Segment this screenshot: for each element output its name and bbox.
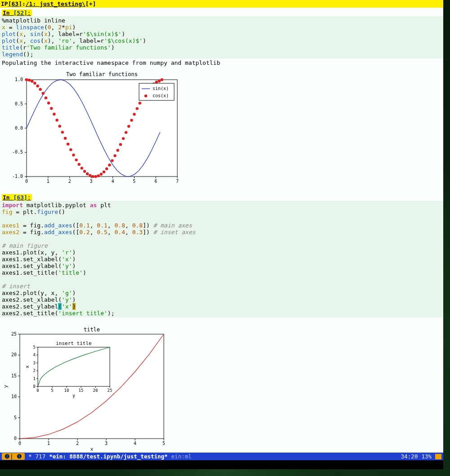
cell-1-output-text: Populating the interactive namespace fro… [0, 59, 443, 67]
svg-text:x: x [25, 365, 30, 368]
svg-text:0.0: 0.0 [15, 126, 23, 131]
svg-point-61 [117, 149, 119, 152]
svg-point-55 [100, 173, 103, 176]
svg-text:5: 5 [133, 179, 135, 184]
svg-text:4: 4 [134, 441, 136, 446]
svg-text:0.5: 0.5 [15, 101, 23, 106]
svg-text:cos(x): cos(x) [153, 93, 169, 98]
svg-text:3: 3 [105, 441, 108, 446]
svg-text:0: 0 [36, 388, 39, 393]
svg-rect-111 [38, 347, 110, 386]
svg-text:y: y [3, 385, 9, 388]
cell-1-code[interactable]: %matplotlib inline x = linspace(0, 2*pi)… [0, 16, 443, 59]
cell-2-code[interactable]: import matplotlib.pyplot as plt fig = pl… [0, 201, 443, 317]
minibuffer[interactable] [0, 460, 443, 469]
svg-point-47 [78, 163, 81, 166]
titlebar-sep: : [22, 0, 26, 7]
svg-point-39 [55, 119, 58, 122]
svg-point-40 [58, 125, 61, 127]
svg-text:sin(x): sin(x) [153, 86, 169, 91]
svg-text:20: 20 [93, 388, 98, 393]
svg-text:0: 0 [14, 436, 17, 441]
svg-text:5: 5 [162, 441, 165, 446]
svg-point-76 [158, 80, 161, 82]
svg-text:Two familiar functions: Two familiar functions [66, 71, 138, 77]
svg-text:2: 2 [68, 179, 71, 184]
svg-text:-1.0: -1.0 [12, 174, 23, 179]
modeline-line: 717 [36, 453, 46, 460]
svg-point-53 [94, 175, 97, 178]
svg-text:2: 2 [33, 368, 36, 373]
svg-point-52 [91, 175, 94, 178]
buffer-titlebar: IP[63]: /1: just_testing\ [+] [0, 0, 443, 8]
svg-point-51 [89, 174, 91, 177]
svg-point-37 [50, 107, 53, 110]
modeline-cursor-pos: 34:20 [401, 453, 418, 460]
svg-point-42 [64, 137, 67, 140]
modeline: ❷| ❶ * 717 *ein: 8888/test.ipynb/just_te… [0, 453, 443, 460]
svg-point-54 [97, 174, 100, 177]
svg-point-28 [25, 78, 28, 81]
svg-text:4: 4 [111, 179, 114, 184]
svg-text:0: 0 [33, 384, 36, 389]
cell-1-chart: Two familiar functions01234567-1.0-0.50.… [0, 67, 443, 192]
svg-text:y: y [72, 393, 75, 398]
svg-text:4: 4 [33, 353, 36, 357]
cell-1-prompt: In [52]: [2, 9, 32, 16]
svg-text:title: title [84, 326, 100, 333]
svg-point-64 [125, 131, 127, 134]
svg-text:15: 15 [79, 388, 84, 393]
modeline-buffer-name: *ein: 8888/test.ipynb/just_testing* [49, 453, 167, 460]
svg-point-32 [36, 85, 39, 87]
editor-frame: IP[63]: /1: just_testing\ [+] In [52]: %… [0, 0, 443, 460]
svg-text:2: 2 [76, 441, 79, 446]
svg-text:insert title: insert title [56, 340, 91, 346]
svg-point-57 [105, 168, 108, 170]
cell-1[interactable]: In [52]: %matplotlib inline x = linspace… [0, 8, 443, 192]
svg-point-69 [139, 102, 141, 104]
svg-text:7: 7 [176, 179, 179, 184]
svg-point-60 [113, 154, 116, 157]
svg-text:3: 3 [33, 361, 36, 365]
svg-point-65 [127, 125, 130, 127]
svg-point-46 [75, 159, 77, 161]
svg-point-67 [133, 113, 135, 116]
svg-point-49 [83, 170, 86, 172]
modeline-evil-state: ❷| ❶ [2, 453, 25, 460]
svg-point-38 [53, 113, 55, 115]
svg-text:25: 25 [11, 331, 17, 336]
svg-point-29 [28, 79, 31, 82]
svg-point-33 [39, 88, 42, 91]
chart-two-familiar: Two familiar functions01234567-1.0-0.50.… [2, 71, 180, 188]
svg-point-31 [33, 82, 36, 85]
svg-text:1.0: 1.0 [15, 77, 23, 82]
chart-inset: title0123450510152025xyinsert title05101… [2, 321, 182, 452]
svg-text:15: 15 [11, 373, 17, 378]
svg-text:6: 6 [154, 179, 157, 184]
svg-point-62 [119, 143, 122, 146]
svg-text:20: 20 [11, 352, 17, 357]
svg-text:x: x [90, 446, 94, 452]
svg-point-44 [69, 148, 72, 151]
svg-text:5: 5 [33, 345, 36, 349]
svg-text:10: 10 [11, 394, 17, 399]
svg-text:25: 25 [108, 388, 112, 393]
svg-point-58 [108, 163, 111, 166]
svg-text:5: 5 [51, 388, 53, 393]
svg-text:1: 1 [47, 441, 50, 446]
svg-text:-0.5: -0.5 [12, 150, 23, 154]
cell-2[interactable]: In [63]: import matplotlib.pyplot as plt… [0, 192, 443, 456]
svg-point-30 [31, 80, 33, 82]
svg-point-43 [67, 143, 69, 145]
svg-text:5: 5 [14, 415, 17, 420]
modeline-major-mode: ein:ml [171, 453, 192, 460]
titlebar-suffix: [+] [86, 0, 96, 7]
svg-text:0: 0 [18, 441, 21, 446]
svg-text:3: 3 [90, 179, 93, 184]
svg-text:1: 1 [33, 376, 36, 381]
svg-text:1: 1 [47, 179, 50, 184]
svg-text:0: 0 [25, 179, 28, 184]
titlebar-num: [63] [8, 0, 22, 7]
svg-point-81 [144, 95, 147, 97]
svg-text:10: 10 [64, 388, 69, 393]
